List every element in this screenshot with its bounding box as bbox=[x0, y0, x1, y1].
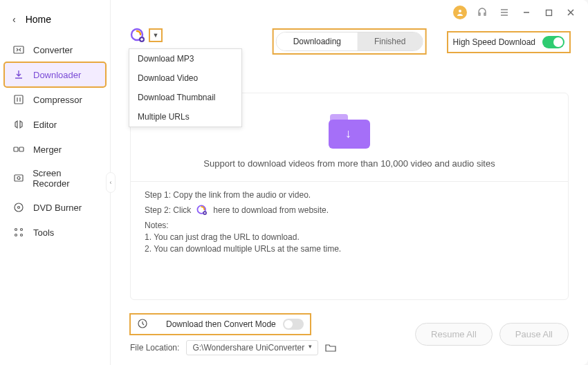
minimize-icon[interactable] bbox=[517, 3, 535, 21]
add-download-mini-icon[interactable] bbox=[196, 204, 208, 216]
dropdown-item-thumbnail[interactable]: Download Thumbnail bbox=[129, 88, 241, 107]
svg-rect-3 bbox=[19, 147, 24, 151]
sidebar-item-label: Downloader bbox=[33, 70, 81, 80]
sidebar-item-converter[interactable]: Converter bbox=[0, 37, 110, 62]
dropdown-caret[interactable]: ▼ bbox=[149, 29, 162, 41]
sidebar-item-merger[interactable]: Merger bbox=[0, 137, 110, 162]
dropdown-item-video[interactable]: Download Video bbox=[129, 68, 241, 88]
add-download-icon[interactable] bbox=[130, 28, 145, 43]
step1: Step 1: Copy the link from the audio or … bbox=[145, 190, 554, 200]
step2-pre: Step 2: Click bbox=[145, 205, 191, 215]
svg-point-8 bbox=[15, 229, 17, 231]
downloader-icon bbox=[12, 68, 25, 81]
convert-mode: Download then Convert Mode bbox=[130, 314, 311, 335]
svg-point-9 bbox=[21, 229, 23, 231]
svg-rect-2 bbox=[14, 147, 18, 151]
titlebar bbox=[111, 0, 588, 25]
file-location-value: G:\Wondershare UniConverter bbox=[192, 343, 304, 353]
sidebar-item-downloader[interactable]: Downloader bbox=[4, 62, 106, 87]
hsd-toggle[interactable] bbox=[542, 36, 564, 48]
sidebar-item-label: DVD Burner bbox=[33, 203, 82, 213]
svg-point-10 bbox=[15, 234, 17, 236]
sidebar-item-label: Screen Recorder bbox=[33, 168, 98, 189]
notes-label: Notes: bbox=[145, 221, 554, 230]
converter-icon bbox=[12, 44, 25, 56]
download-folder-icon: ↓ bbox=[326, 110, 373, 149]
chevron-down-icon: ▾ bbox=[309, 343, 312, 353]
editor-icon bbox=[12, 118, 25, 131]
svg-point-11 bbox=[21, 234, 23, 236]
steps: Step 1: Copy the link from the audio or … bbox=[131, 181, 568, 256]
notes: Notes: 1. You can just drag the URL to d… bbox=[145, 221, 554, 254]
sidebar-item-label: Merger bbox=[33, 144, 62, 155]
support-text: Support to download videos from more tha… bbox=[203, 158, 495, 169]
sidebar-item-compressor[interactable]: Compressor bbox=[0, 87, 110, 112]
dropdown-item-multiple[interactable]: Multiple URLs bbox=[129, 107, 241, 127]
svg-point-7 bbox=[18, 207, 20, 209]
svg-rect-13 bbox=[546, 10, 551, 15]
dvd-burner-icon bbox=[12, 201, 25, 214]
pause-all-button[interactable]: Pause All bbox=[499, 323, 569, 346]
sidebar-item-editor[interactable]: Editor bbox=[0, 112, 110, 137]
clock-icon bbox=[137, 318, 149, 330]
home-button[interactable]: ‹ Home bbox=[0, 6, 110, 33]
app-window: ‹ Home Converter Downloader Compressor E… bbox=[0, 0, 588, 365]
tab-finished[interactable]: Finished bbox=[358, 32, 422, 50]
file-location-label: File Location: bbox=[130, 343, 179, 353]
chevron-left-icon: ‹ bbox=[12, 14, 16, 25]
dropdown-menu: Download MP3 Download Video Download Thu… bbox=[129, 48, 242, 127]
sidebar-item-label: Compressor bbox=[33, 95, 82, 105]
home-label: Home bbox=[26, 14, 51, 25]
tabs-container: Downloading Finished bbox=[273, 29, 426, 54]
maximize-icon[interactable] bbox=[540, 3, 558, 21]
compressor-icon bbox=[12, 93, 25, 106]
headset-icon[interactable] bbox=[473, 3, 491, 21]
close-icon[interactable] bbox=[562, 3, 580, 21]
avatar-icon[interactable] bbox=[451, 3, 469, 21]
svg-rect-1 bbox=[15, 95, 23, 104]
svg-rect-0 bbox=[14, 46, 24, 53]
footer-buttons: Resume All Pause All bbox=[415, 323, 569, 346]
note2: 2. You can download multiple URLs at the… bbox=[145, 244, 554, 254]
footer: Download then Convert Mode File Location… bbox=[111, 310, 588, 365]
convert-mode-label: Download then Convert Mode bbox=[166, 319, 276, 329]
svg-rect-4 bbox=[15, 175, 23, 181]
merger-icon bbox=[12, 143, 25, 156]
tab-downloading[interactable]: Downloading bbox=[277, 32, 358, 50]
sidebar-items: Converter Downloader Compressor Editor M… bbox=[0, 37, 110, 245]
sidebar-item-label: Editor bbox=[33, 120, 57, 130]
tabs: Downloading Finished bbox=[276, 32, 423, 51]
file-location-select[interactable]: G:\Wondershare UniConverter ▾ bbox=[186, 340, 318, 355]
sidebar-item-label: Converter bbox=[33, 45, 73, 55]
svg-point-5 bbox=[17, 177, 20, 180]
folder-open-icon[interactable] bbox=[325, 343, 336, 353]
dropdown-item-mp3[interactable]: Download MP3 bbox=[129, 49, 241, 68]
high-speed-download: High Speed Download bbox=[448, 32, 570, 53]
sidebar-item-tools[interactable]: Tools bbox=[0, 220, 110, 245]
screen-recorder-icon bbox=[12, 172, 24, 185]
svg-point-6 bbox=[15, 203, 23, 212]
step2: Step 2: Click here to download from webs… bbox=[145, 204, 554, 216]
convert-mode-toggle[interactable] bbox=[283, 319, 304, 330]
hsd-label: High Speed Download bbox=[453, 37, 535, 47]
note1: 1. You can just drag the URL to download… bbox=[145, 232, 554, 242]
sidebar-item-screen-recorder[interactable]: Screen Recorder bbox=[0, 162, 110, 195]
svg-point-12 bbox=[459, 10, 461, 12]
step2-post: here to download from website. bbox=[213, 205, 329, 215]
sidebar-collapse-handle[interactable]: ‹ bbox=[106, 172, 116, 193]
main-area: ‹ ▼ Download MP3 Download Video Download… bbox=[111, 0, 588, 365]
tools-icon bbox=[12, 226, 25, 238]
menu-icon[interactable] bbox=[495, 3, 513, 21]
sidebar-item-label: Tools bbox=[33, 227, 54, 238]
sidebar-item-dvd-burner[interactable]: DVD Burner bbox=[0, 195, 110, 220]
resume-all-button[interactable]: Resume All bbox=[415, 323, 493, 346]
sidebar: ‹ Home Converter Downloader Compressor E… bbox=[0, 0, 111, 365]
